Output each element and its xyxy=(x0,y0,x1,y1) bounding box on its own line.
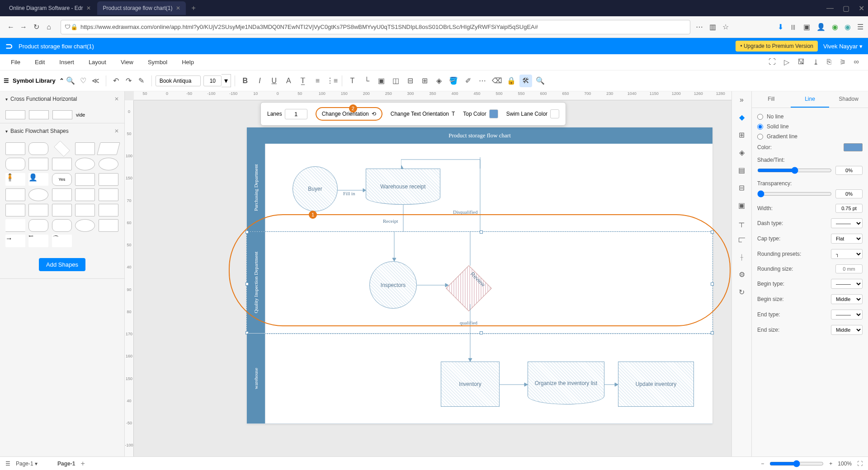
rounding-preset-select[interactable]: ┐ xyxy=(831,249,863,259)
shape-thumb[interactable] xyxy=(28,219,48,232)
expand-icon[interactable]: » xyxy=(740,96,744,104)
selection-handle[interactable] xyxy=(711,230,714,234)
shape-thumb[interactable] xyxy=(75,142,95,155)
lanes-input[interactable] xyxy=(285,109,307,119)
shape-thumb[interactable] xyxy=(28,142,48,155)
shape-thumb[interactable]: text xyxy=(28,235,48,247)
shape-thumb[interactable] xyxy=(5,158,25,170)
swimlane-diagram[interactable]: Product storage flow chart Purchasing De… xyxy=(247,127,712,424)
redo-button[interactable]: ↷ xyxy=(123,75,135,87)
lane-content[interactable]: Inspectors Review qualified xyxy=(265,232,712,333)
collapse-icon[interactable]: ≪ xyxy=(90,75,102,87)
lane-content[interactable]: Inventory Organize the inventory list Up… xyxy=(265,334,712,424)
line-style-button[interactable]: ⋯ xyxy=(476,75,489,87)
lane-quality[interactable]: Quality Inspection Department Inspectors… xyxy=(247,232,712,334)
rounding-size-input[interactable] xyxy=(835,264,863,273)
font-size-input[interactable]: 10 xyxy=(203,75,222,86)
shape-thumb[interactable] xyxy=(5,142,25,155)
url-bar[interactable]: 🛡 🔒 https://www.edrawmax.com/online/app.… xyxy=(61,20,690,34)
shape-thumb[interactable] xyxy=(99,158,118,170)
home-button[interactable]: ⌂ xyxy=(42,21,55,33)
top-color-swatch[interactable] xyxy=(489,109,498,118)
zoom-level[interactable]: 100% xyxy=(838,461,852,467)
sidebar-icon[interactable]: ▣ xyxy=(803,23,810,31)
shape-buyer[interactable]: Buyer xyxy=(292,166,338,212)
shape-organize[interactable]: Organize the inventory list xyxy=(528,362,604,404)
play-icon[interactable]: ▷ xyxy=(784,58,789,66)
close-icon[interactable]: ✕ xyxy=(859,4,864,13)
minimize-icon[interactable]: — xyxy=(826,4,834,13)
lock-button[interactable]: 🔒 xyxy=(505,75,518,87)
shape-thumb[interactable] xyxy=(75,219,95,232)
end-type-select[interactable]: ——— xyxy=(831,310,863,320)
shape-thumb[interactable] xyxy=(99,219,118,232)
close-icon[interactable]: ✕ xyxy=(86,5,91,11)
align-objects-button[interactable]: ⊟ xyxy=(404,75,416,87)
shape-thumb[interactable] xyxy=(5,219,25,232)
page-icon[interactable]: ▤ xyxy=(738,166,745,174)
selection-handle[interactable] xyxy=(245,230,249,234)
lane-label[interactable]: Quality Inspection Department xyxy=(247,232,265,333)
data-icon[interactable]: ⊟ xyxy=(739,183,745,192)
shape-update[interactable]: Update inventory xyxy=(618,362,694,407)
shape-thumb[interactable]: 👤 xyxy=(28,173,48,186)
shape-thumb[interactable] xyxy=(75,188,95,201)
reader-icon[interactable]: ▥ xyxy=(709,23,716,31)
format-painter-icon[interactable]: ✎ xyxy=(135,75,148,87)
page-dropdown[interactable]: Page-1 ▾ xyxy=(10,459,43,469)
begin-size-select[interactable]: Middle xyxy=(831,294,863,304)
distribute-button[interactable]: ⊞ xyxy=(418,75,431,87)
shape-thumb[interactable] xyxy=(5,204,25,216)
maximize-icon[interactable]: ▢ xyxy=(843,4,849,13)
shape-thumb[interactable] xyxy=(52,110,72,119)
shape-thumb[interactable] xyxy=(99,188,118,201)
selection-handle[interactable] xyxy=(245,282,249,286)
layers-icon[interactable]: ◈ xyxy=(739,148,745,157)
tree-icon[interactable]: ┬ xyxy=(739,219,744,227)
shape-thumb[interactable] xyxy=(5,188,25,201)
shape-thumb[interactable] xyxy=(28,188,48,201)
selection-handle[interactable] xyxy=(711,282,714,286)
app-logo[interactable]: ⊃ xyxy=(5,41,13,52)
italic-button[interactable]: I xyxy=(253,75,266,87)
eraser-button[interactable]: ⌫ xyxy=(491,75,503,87)
download-icon[interactable]: ⬇ xyxy=(778,23,783,31)
end-size-select[interactable]: Middle xyxy=(831,325,863,335)
pages-icon[interactable]: ☰ xyxy=(5,461,10,467)
radio-solid-line[interactable]: Solid line xyxy=(757,123,863,130)
search-button[interactable]: 🔍 xyxy=(534,75,547,87)
zoom-slider[interactable] xyxy=(769,460,824,467)
account-icon[interactable]: 👤 xyxy=(816,23,826,31)
link-icon[interactable]: ∞ xyxy=(854,58,859,66)
add-shapes-button[interactable]: Add Shapes xyxy=(39,258,85,271)
list-button[interactable]: ⋮≡ xyxy=(326,75,338,87)
font-color-button[interactable]: A xyxy=(282,75,295,87)
tab-shadow[interactable]: Shadow xyxy=(829,91,868,108)
connector-button[interactable]: └ xyxy=(360,75,373,87)
extension-icon[interactable]: ◉ xyxy=(832,23,838,31)
transparency-input[interactable] xyxy=(835,189,863,198)
upgrade-button[interactable]: • Upgrade to Premium Version xyxy=(736,41,818,52)
line-color-swatch[interactable] xyxy=(844,143,863,151)
shape-thumb[interactable] xyxy=(29,110,49,119)
shape-inspectors[interactable]: Inspectors xyxy=(369,261,417,309)
user-menu[interactable]: Vivek Nayyar ▾ xyxy=(823,43,863,50)
shape-thumb[interactable] xyxy=(5,110,25,119)
menu-insert[interactable]: Insert xyxy=(52,59,81,66)
fill-icon[interactable]: ◆ xyxy=(739,113,745,122)
close-icon[interactable]: ✕ xyxy=(114,128,119,134)
shape-thumb[interactable] xyxy=(99,173,118,186)
settings-icon[interactable]: ⚙ xyxy=(739,270,745,279)
menu-help[interactable]: Help xyxy=(175,59,201,66)
lane-label[interactable]: Purchasing Department xyxy=(247,144,265,231)
sidebar-header[interactable]: ▾ Basic Flowchart Shapes ✕ xyxy=(0,123,124,139)
image-icon[interactable]: ▣ xyxy=(738,201,745,210)
reload-button[interactable]: ↻ xyxy=(30,21,42,33)
pen-button[interactable]: ✐ xyxy=(462,75,474,87)
add-page-button[interactable]: + xyxy=(80,460,85,468)
swimlane-color-control[interactable]: Swim Lane Color xyxy=(506,109,559,118)
font-select[interactable]: Book Antiqua xyxy=(156,75,201,86)
lane-purchasing[interactable]: Purchasing Department Buyer Fill in Ware… xyxy=(247,144,712,232)
shape-thumb[interactable]: → xyxy=(5,235,25,247)
close-icon[interactable]: ✕ xyxy=(176,5,180,11)
